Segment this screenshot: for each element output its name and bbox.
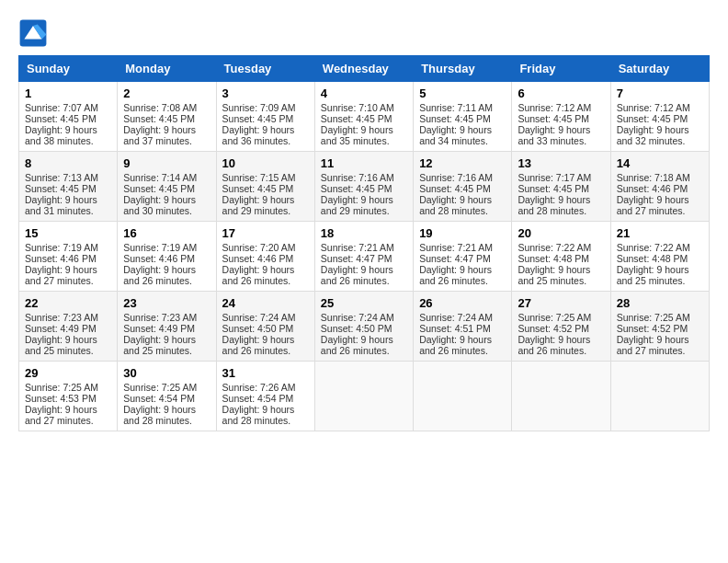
sunset-label: Sunset: 4:47 PM [419, 253, 491, 264]
day-number: 30 [123, 366, 210, 380]
daylight-minutes: and 30 minutes. [123, 205, 192, 216]
sunrise-label: Sunrise: 7:16 AM [321, 172, 394, 183]
daylight-label: Daylight: 9 hours [25, 334, 97, 345]
day-number: 29 [25, 366, 111, 380]
sunset-label: Sunset: 4:45 PM [321, 113, 392, 124]
daylight-label: Daylight: 9 hours [617, 264, 689, 275]
page-header [18, 18, 710, 48]
sunrise-label: Sunrise: 7:24 AM [419, 312, 493, 323]
daylight-minutes: and 37 minutes. [123, 135, 192, 146]
daylight-minutes: and 26 minutes. [321, 275, 390, 286]
day-number: 10 [222, 156, 309, 170]
daylight-label: Daylight: 9 hours [321, 264, 393, 275]
day-number: 25 [321, 296, 407, 310]
sunset-label: Sunset: 4:48 PM [617, 253, 688, 264]
sunset-label: Sunset: 4:47 PM [321, 253, 392, 264]
calendar-cell: 1 Sunrise: 7:07 AM Sunset: 4:45 PM Dayli… [19, 82, 118, 152]
sunset-label: Sunset: 4:45 PM [25, 113, 97, 124]
calendar-cell: 9 Sunrise: 7:14 AM Sunset: 4:45 PM Dayli… [118, 152, 216, 222]
day-header-thursday: Thursday [414, 56, 512, 82]
calendar-week-row: 29 Sunrise: 7:25 AM Sunset: 4:53 PM Dayl… [19, 362, 710, 431]
daylight-minutes: and 33 minutes. [518, 135, 586, 146]
sunrise-label: Sunrise: 7:25 AM [25, 382, 98, 393]
sunset-label: Sunset: 4:51 PM [419, 323, 491, 334]
sunset-label: Sunset: 4:45 PM [222, 183, 294, 194]
sunrise-label: Sunrise: 7:25 AM [617, 312, 690, 323]
calendar-cell: 6 Sunrise: 7:12 AM Sunset: 4:45 PM Dayli… [512, 82, 610, 152]
sunrise-label: Sunrise: 7:24 AM [321, 312, 394, 323]
calendar-cell: 27 Sunrise: 7:25 AM Sunset: 4:52 PM Dayl… [512, 292, 610, 362]
day-number: 24 [222, 296, 309, 310]
day-number: 17 [222, 226, 309, 240]
daylight-minutes: and 26 minutes. [123, 275, 192, 286]
daylight-label: Daylight: 9 hours [617, 194, 689, 205]
day-number: 13 [518, 156, 604, 170]
day-number: 12 [419, 156, 506, 170]
sunrise-label: Sunrise: 7:11 AM [419, 102, 493, 113]
calendar-cell: 31 Sunrise: 7:26 AM Sunset: 4:54 PM Dayl… [216, 362, 314, 431]
daylight-minutes: and 26 minutes. [222, 345, 291, 356]
calendar-cell [610, 362, 709, 431]
sunset-label: Sunset: 4:52 PM [518, 323, 589, 334]
calendar-cell: 13 Sunrise: 7:17 AM Sunset: 4:45 PM Dayl… [512, 152, 610, 222]
calendar-cell: 10 Sunrise: 7:15 AM Sunset: 4:45 PM Dayl… [216, 152, 314, 222]
daylight-minutes: and 28 minutes. [222, 415, 291, 426]
sunrise-label: Sunrise: 7:24 AM [222, 312, 296, 323]
calendar-cell: 3 Sunrise: 7:09 AM Sunset: 4:45 PM Dayli… [216, 82, 314, 152]
calendar-cell: 5 Sunrise: 7:11 AM Sunset: 4:45 PM Dayli… [414, 82, 512, 152]
day-number: 2 [123, 86, 210, 100]
day-header-saturday: Saturday [610, 56, 709, 82]
sunset-label: Sunset: 4:45 PM [617, 113, 688, 124]
daylight-label: Daylight: 9 hours [518, 334, 590, 345]
daylight-minutes: and 34 minutes. [419, 135, 488, 146]
daylight-minutes: and 38 minutes. [25, 135, 94, 146]
calendar-cell: 29 Sunrise: 7:25 AM Sunset: 4:53 PM Dayl… [19, 362, 118, 431]
daylight-label: Daylight: 9 hours [419, 194, 492, 205]
daylight-minutes: and 28 minutes. [518, 205, 586, 216]
sunset-label: Sunset: 4:46 PM [25, 253, 97, 264]
daylight-minutes: and 27 minutes. [25, 275, 94, 286]
sunrise-label: Sunrise: 7:25 AM [518, 312, 591, 323]
daylight-label: Daylight: 9 hours [123, 194, 196, 205]
daylight-label: Daylight: 9 hours [222, 334, 295, 345]
daylight-label: Daylight: 9 hours [25, 194, 97, 205]
sunset-label: Sunset: 4:50 PM [321, 323, 392, 334]
daylight-label: Daylight: 9 hours [123, 334, 196, 345]
sunrise-label: Sunrise: 7:26 AM [222, 382, 296, 393]
sunset-label: Sunset: 4:45 PM [123, 183, 195, 194]
calendar-cell: 16 Sunrise: 7:19 AM Sunset: 4:46 PM Dayl… [118, 222, 216, 292]
sunrise-label: Sunrise: 7:12 AM [518, 102, 591, 113]
day-number: 4 [321, 86, 407, 100]
day-header-friday: Friday [512, 56, 610, 82]
daylight-minutes: and 27 minutes. [617, 205, 686, 216]
daylight-label: Daylight: 9 hours [518, 264, 590, 275]
daylight-label: Daylight: 9 hours [617, 124, 689, 135]
calendar-cell: 21 Sunrise: 7:22 AM Sunset: 4:48 PM Dayl… [610, 222, 709, 292]
sunset-label: Sunset: 4:45 PM [518, 183, 589, 194]
sunset-label: Sunset: 4:54 PM [123, 393, 195, 404]
day-number: 5 [419, 86, 506, 100]
calendar-cell [512, 362, 610, 431]
day-number: 27 [518, 296, 604, 310]
daylight-label: Daylight: 9 hours [123, 264, 196, 275]
sunset-label: Sunset: 4:53 PM [25, 393, 97, 404]
daylight-label: Daylight: 9 hours [518, 194, 590, 205]
sunset-label: Sunset: 4:45 PM [321, 183, 392, 194]
day-number: 14 [617, 156, 703, 170]
daylight-minutes: and 25 minutes. [518, 275, 586, 286]
sunset-label: Sunset: 4:49 PM [25, 323, 97, 334]
sunrise-label: Sunrise: 7:12 AM [617, 102, 690, 113]
daylight-minutes: and 26 minutes. [518, 345, 586, 356]
sunrise-label: Sunrise: 7:16 AM [419, 172, 493, 183]
sunrise-label: Sunrise: 7:21 AM [321, 242, 394, 253]
daylight-label: Daylight: 9 hours [419, 334, 492, 345]
daylight-label: Daylight: 9 hours [222, 404, 295, 415]
sunrise-label: Sunrise: 7:22 AM [617, 242, 690, 253]
sunrise-label: Sunrise: 7:23 AM [25, 312, 98, 323]
daylight-minutes: and 29 minutes. [222, 205, 291, 216]
sunset-label: Sunset: 4:54 PM [222, 393, 294, 404]
calendar-cell: 14 Sunrise: 7:18 AM Sunset: 4:46 PM Dayl… [610, 152, 709, 222]
calendar-cell: 23 Sunrise: 7:23 AM Sunset: 4:49 PM Dayl… [118, 292, 216, 362]
calendar-cell: 2 Sunrise: 7:08 AM Sunset: 4:45 PM Dayli… [118, 82, 216, 152]
daylight-label: Daylight: 9 hours [321, 124, 393, 135]
